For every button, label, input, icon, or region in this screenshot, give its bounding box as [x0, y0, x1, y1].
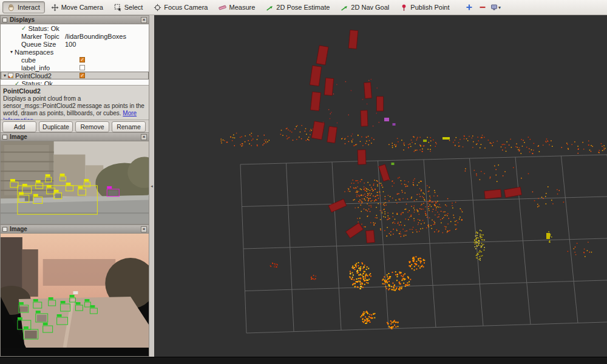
ruler-icon [219, 4, 226, 12]
tree-row-namespaces[interactable]: ▼Namespaces [1, 48, 149, 56]
tree-row-label: PointCloud2 [15, 72, 52, 79]
add-button[interactable]: Add [2, 121, 36, 132]
remove-tool-button[interactable] [476, 1, 489, 13]
tool-publish-point[interactable]: Publish Point [395, 1, 454, 13]
green-arrow-icon [266, 4, 274, 12]
collapse-arrow-icon: ◂ [151, 184, 153, 189]
tree-row-status-ok[interactable]: ✓Status: Ok [1, 79, 149, 85]
select-box-icon [114, 4, 122, 12]
tree-row-label: Marker Topic [21, 33, 59, 40]
tool-label: Interact [18, 4, 40, 11]
tool-label: Focus Camera [164, 4, 208, 11]
panel-title: Displays [10, 16, 35, 23]
panel-icon [2, 18, 7, 22]
tree-row-value: /lidarBoundingBoxes [65, 33, 126, 40]
tool-2d-nav-goal[interactable]: 2D Nav Goal [336, 1, 394, 13]
tree-row-label: Queue Size [21, 41, 56, 48]
tree-row-label: Namespaces [15, 49, 53, 56]
tree-row-label: Status: Ok [21, 80, 52, 86]
tree-row-queue-size[interactable]: Queue Size100 [1, 40, 149, 48]
add-tool-button[interactable] [463, 1, 475, 13]
display-description: PointCloud2 Displays a point cloud from … [1, 85, 149, 120]
tool-select[interactable]: Select [109, 1, 148, 13]
tree-row-label: cube [21, 56, 36, 64]
status-bar [0, 357, 607, 364]
image-panel-2-titlebar[interactable]: Image × [1, 225, 149, 234]
displays-panel-titlebar[interactable]: Displays × [1, 16, 149, 24]
tree-row-cube[interactable]: cube✓ [1, 56, 149, 64]
tool-move-camera[interactable]: Move Camera [46, 1, 108, 13]
remove-button[interactable]: Remove [75, 121, 109, 132]
tree-row-pointcloud2[interactable]: ▼PointCloud2✓ [1, 72, 149, 79]
tool-label: 2D Nav Goal [351, 4, 389, 11]
image-panel-2: Image × [0, 224, 149, 357]
image-panel-1-titlebar[interactable]: Image × [1, 133, 149, 141]
image-panel-1: Image × [0, 132, 149, 224]
camera-image-2 [1, 234, 149, 348]
enable-checkbox[interactable]: ✓ [80, 57, 85, 62]
tool-label: Select [124, 4, 143, 11]
3d-viewport[interactable] [154, 15, 607, 357]
duplicate-button[interactable]: Duplicate [39, 121, 73, 132]
enable-checkbox[interactable] [80, 65, 85, 70]
displays-panel: Displays × ✓Status: OkMarker Topic/lidar… [0, 15, 149, 132]
description-title: PointCloud2 [3, 87, 41, 95]
scene-canvas[interactable] [154, 15, 607, 357]
remove-tool-icon [479, 4, 486, 11]
tool-options-dropdown[interactable]: ▾ [490, 1, 502, 13]
tool-2d-pose-estimate[interactable]: 2D Pose Estimate [261, 1, 334, 13]
tool-label: Measure [229, 4, 255, 11]
close-icon[interactable]: × [141, 17, 147, 23]
enable-checkbox[interactable]: ✓ [80, 73, 85, 78]
tool-label: 2D Pose Estimate [276, 4, 330, 11]
red-pin-icon [400, 4, 408, 12]
tool-options-icon [490, 4, 498, 11]
tree-row-marker-topic[interactable]: Marker Topic/lidarBoundingBoxes [1, 32, 149, 40]
close-icon[interactable]: × [141, 226, 147, 232]
panel-splitter[interactable]: ◂ [149, 15, 154, 357]
tree-row-status-ok[interactable]: ✓Status: Ok [1, 24, 149, 32]
green-arrow-icon [341, 4, 348, 12]
status-ok-check-icon: ✓ [15, 80, 19, 85]
tree-row-label: Status: Ok [28, 25, 59, 32]
move-camera-icon [51, 4, 59, 12]
tree-row-value: 100 [65, 41, 76, 48]
displays-tree: ✓Status: OkMarker Topic/lidarBoundingBox… [1, 24, 149, 85]
panel-icon [2, 227, 7, 232]
chevron-down-icon: ▾ [498, 5, 501, 10]
tool-measure[interactable]: Measure [214, 1, 260, 13]
hand-icon [7, 4, 15, 12]
panel-title: Image [10, 133, 27, 140]
displays-actions: Add Duplicate Remove Rename [1, 120, 149, 133]
panel-icon [2, 135, 7, 140]
tool-label: Move Camera [61, 4, 103, 11]
toolbar: Interact Move Camera Select Focus Camera… [0, 0, 607, 15]
close-icon[interactable]: × [141, 134, 147, 140]
camera-image-1 [1, 141, 149, 224]
tool-interact[interactable]: Interact [2, 1, 45, 13]
tool-label: Publish Point [410, 4, 449, 11]
pointcloud2-icon [8, 73, 13, 78]
left-column: Displays × ✓Status: OkMarker Topic/lidar… [0, 15, 149, 357]
tree-row-label: label_info [21, 64, 50, 72]
add-tool-icon [466, 4, 473, 11]
status-ok-check-icon: ✓ [21, 25, 26, 32]
panel-title: Image [10, 226, 27, 232]
tree-row-label-info[interactable]: label_info [1, 64, 149, 72]
focus-crosshair-icon [154, 4, 161, 12]
rename-button[interactable]: Rename [112, 121, 146, 132]
tool-focus-camera[interactable]: Focus Camera [149, 1, 212, 13]
